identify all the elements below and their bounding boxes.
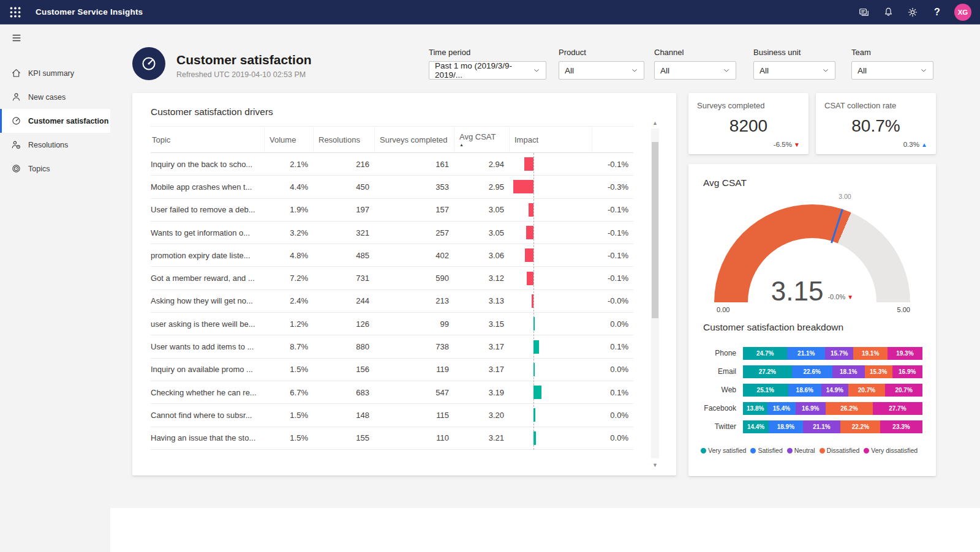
help-icon[interactable]: ? xyxy=(927,2,947,22)
bar-segment-very-dissatisfied[interactable]: 27.7% xyxy=(873,402,922,415)
trend-up-icon: ▲ xyxy=(921,141,927,148)
stacked-bar: 24.7%21.1%15.7%19.1%19.3% xyxy=(743,347,922,360)
column-header-surveys[interactable]: Surveys completed xyxy=(374,127,454,152)
table-row[interactable]: Got a member reward, and ... 7.2% 731 59… xyxy=(151,267,633,289)
bar-segment-dissatisfied[interactable]: 22.2% xyxy=(840,420,880,433)
cell-avg-csat: 3.17 xyxy=(454,342,509,351)
cell-impact-value: 0.0% xyxy=(592,319,633,329)
table-row[interactable]: Wants to get information o... 3.2% 321 2… xyxy=(151,222,633,244)
table-row[interactable]: Inquiry on the back to scho... 2.1% 216 … xyxy=(151,153,633,176)
table-row[interactable]: Asking how they will get no... 2.4% 244 … xyxy=(151,290,633,313)
scroll-down-icon[interactable]: ▼ xyxy=(651,462,659,468)
bar-segment-very-dissatisfied[interactable]: 16.9% xyxy=(892,365,922,378)
bar-segment-very-satisfied[interactable]: 24.7% xyxy=(743,347,787,360)
bar-segment-neutral[interactable]: 15.7% xyxy=(825,347,853,360)
table-row[interactable]: Inquiry on available promo ... 1.5% 156 … xyxy=(151,359,633,381)
chevron-down-icon xyxy=(920,67,927,74)
bar-segment-dissatisfied[interactable]: 19.1% xyxy=(853,347,888,360)
cell-resolutions: 216 xyxy=(313,160,374,169)
sidebar-item-customer-satisfaction[interactable]: Customer satisfaction xyxy=(0,109,110,133)
bar-segment-very-satisfied[interactable]: 27.2% xyxy=(743,365,792,378)
filter-select[interactable]: All xyxy=(851,61,933,80)
legend-item[interactable]: Neutral xyxy=(787,447,815,454)
bar-segment-very-dissatisfied[interactable]: 20.7% xyxy=(885,384,922,397)
bar-segment-satisfied[interactable]: 18.9% xyxy=(769,420,802,433)
scroll-up-icon[interactable]: ▲ xyxy=(651,120,659,126)
feedback-icon[interactable] xyxy=(854,2,873,22)
table-row[interactable]: Checking whether he can re... 6.7% 683 5… xyxy=(151,381,633,404)
kpi-card-surveys-completed: Surveys completed 8200 -6.5% ▼ xyxy=(688,93,809,154)
table-scrollbar[interactable]: ▲ ▼ xyxy=(651,129,659,458)
bar-segment-neutral[interactable]: 18.1% xyxy=(832,365,865,378)
bar-segment-dissatisfied[interactable]: 15.3% xyxy=(865,365,892,378)
kpi-value: 8200 xyxy=(697,116,800,136)
bar-segment-very-dissatisfied[interactable]: 19.3% xyxy=(888,347,922,360)
cell-surveys: 157 xyxy=(374,205,454,214)
filter-select[interactable]: All xyxy=(559,61,644,80)
hamburger-menu-icon[interactable] xyxy=(0,27,27,49)
cell-volume: 7.2% xyxy=(264,274,313,283)
legend-item[interactable]: Satisfied xyxy=(750,447,782,454)
bar-segment-dissatisfied[interactable]: 26.2% xyxy=(826,402,873,415)
cell-impact-value: 0.0% xyxy=(592,365,633,374)
bar-segment-satisfied[interactable]: 21.1% xyxy=(787,347,825,360)
app-launcher-waffle-icon[interactable] xyxy=(9,6,22,19)
column-header-topic[interactable]: Topic xyxy=(151,127,264,152)
table-header-row: Topic Volume Resolutions Surveys complet… xyxy=(151,126,633,153)
stacked-bar: 13.8%15.4%16.9%26.2%27.7% xyxy=(743,402,922,415)
bar-segment-satisfied[interactable]: 22.6% xyxy=(792,365,832,378)
stacked-bar: 27.2%22.6%18.1%15.3%16.9% xyxy=(743,365,922,378)
filter-product: Product All xyxy=(559,48,644,80)
bar-segment-dissatisfied[interactable]: 20.7% xyxy=(848,384,886,397)
cell-surveys: 115 xyxy=(374,411,454,420)
gauge-title: Avg CSAT xyxy=(703,177,921,188)
table-row[interactable]: Mobile app crashes when t... 4.4% 450 35… xyxy=(151,176,633,198)
bar-segment-very-satisfied[interactable]: 13.8% xyxy=(743,402,767,415)
avatar[interactable]: XG xyxy=(954,4,971,21)
table-row[interactable]: promotion expiry date liste... 4.8% 485 … xyxy=(151,244,633,267)
table-row[interactable]: User failed to remove a deb... 1.9% 197 … xyxy=(151,199,633,222)
sidebar-item-topics[interactable]: Topics xyxy=(0,157,110,181)
cell-impact-bar xyxy=(509,427,592,449)
column-header-resolutions[interactable]: Resolutions xyxy=(313,127,374,152)
bar-segment-neutral[interactable]: 21.1% xyxy=(803,420,841,433)
column-header-impact[interactable]: Impact xyxy=(509,127,592,152)
cell-topic: User wants to add items to ... xyxy=(151,342,264,351)
bar-segment-satisfied[interactable]: 18.6% xyxy=(788,384,821,397)
kpi-delta: -6.5% ▼ xyxy=(774,141,800,148)
scrollbar-thumb[interactable] xyxy=(652,142,658,318)
sidebar-item-kpi-summary[interactable]: KPI summary xyxy=(0,61,110,85)
table-row[interactable]: user asking is there weill be... 1.2% 12… xyxy=(151,313,633,335)
filter-select[interactable]: All xyxy=(654,61,736,80)
cell-avg-csat: 3.15 xyxy=(454,319,509,329)
cell-impact-value: 0.1% xyxy=(592,342,633,351)
page-gauge-icon xyxy=(132,47,165,80)
bar-segment-very-satisfied[interactable]: 25.1% xyxy=(743,384,788,397)
notifications-icon[interactable] xyxy=(878,2,898,22)
column-header-volume[interactable]: Volume xyxy=(264,127,313,152)
breakdown-row-facebook: Facebook13.8%15.4%16.9%26.2%27.7% xyxy=(697,399,922,417)
legend-item[interactable]: Very satisfied xyxy=(701,447,746,454)
filter-select[interactable]: All xyxy=(753,61,835,80)
bar-segment-very-dissatisfied[interactable]: 23.3% xyxy=(880,420,922,433)
trend-down-icon: ▼ xyxy=(794,141,800,148)
bar-segment-neutral[interactable]: 16.9% xyxy=(796,402,826,415)
sidebar-item-resolutions[interactable]: Resolutions xyxy=(0,133,110,157)
column-header-avg-csat[interactable]: Avg CSAT▲ xyxy=(454,127,509,152)
table-row[interactable]: Cannot find where to subsr... 1.5% 148 1… xyxy=(151,404,633,427)
impact-bar xyxy=(529,203,533,217)
bar-segment-satisfied[interactable]: 15.4% xyxy=(767,402,795,415)
table-row[interactable]: User wants to add items to ... 8.7% 880 … xyxy=(151,335,633,358)
sidebar-item-new-cases[interactable]: New cases xyxy=(0,85,110,109)
settings-icon[interactable] xyxy=(903,2,922,22)
cell-avg-csat: 3.20 xyxy=(454,411,509,420)
bar-segment-very-satisfied[interactable]: 14.4% xyxy=(743,420,769,433)
filter-select[interactable]: Past 1 mo (2019/3/9-2019/... xyxy=(429,61,546,80)
category-label: Web xyxy=(697,386,736,394)
chevron-down-icon xyxy=(631,67,638,74)
legend-item[interactable]: Very dissatisfied xyxy=(864,447,918,454)
table-row[interactable]: Having an issue that the sto... 1.5% 155… xyxy=(151,427,633,450)
bar-segment-neutral[interactable]: 14.9% xyxy=(821,384,848,397)
impact-bar xyxy=(533,317,535,330)
legend-item[interactable]: Dissatisfied xyxy=(820,447,860,454)
